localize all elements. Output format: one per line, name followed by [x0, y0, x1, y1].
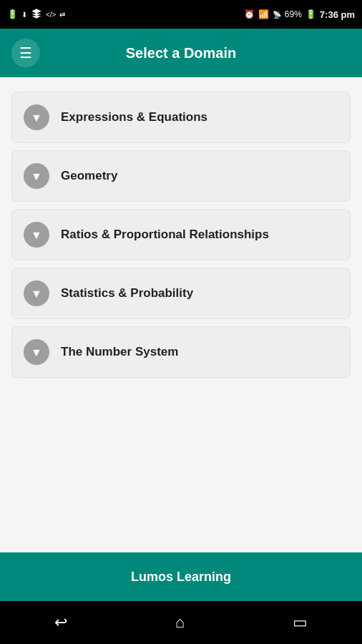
chevron-down-icon-5: ▼ [31, 347, 42, 358]
hamburger-icon: ☰ [19, 46, 32, 60]
domain-label-5: The Number System [61, 345, 178, 359]
chevron-down-icon-4: ▼ [31, 288, 42, 300]
domain-label-1: Expressions & Equations [61, 110, 207, 125]
chevron-circle-4: ▼ [24, 280, 49, 306]
chevron-circle-3: ▼ [24, 222, 49, 248]
chevron-circle-5: ▼ [24, 339, 49, 365]
domain-label-4: Statistics & Probability [61, 286, 193, 301]
chevron-circle-1: ▼ [24, 104, 49, 130]
domain-label-2: Geometry [61, 169, 117, 183]
status-bar: 🔋 ⬇ </> ⇄ ⏰ 📶 📡 69% 🔋 7:36 pm [0, 0, 362, 29]
footer-label: Lumos Learning [131, 570, 231, 585]
back-button[interactable]: ↩ [54, 613, 67, 632]
status-bar-right: ⏰ 📶 📡 69% 🔋 7:36 pm [244, 9, 355, 20]
status-bar-left: 🔋 ⬇ </> ⇄ [7, 8, 65, 21]
battery-icon: 🔋 [305, 9, 316, 19]
domain-item-3[interactable]: ▼ Ratios & Proportional Relationships [11, 209, 351, 260]
code-icon: </> [46, 11, 56, 19]
bottom-nav-bar: ↩ ⌂ ▭ [0, 601, 362, 644]
chevron-circle-2: ▼ [24, 163, 49, 189]
page-title: Select a Domain [40, 45, 322, 62]
alarm-icon: ⏰ [244, 9, 255, 19]
home-button[interactable]: ⌂ [175, 613, 185, 632]
domain-item-5[interactable]: ▼ The Number System [11, 326, 351, 378]
app-bar: ☰ Select a Domain [0, 29, 362, 77]
arrow-icon [31, 8, 42, 21]
signal-icon: 📡 [273, 11, 281, 19]
main-content: ▼ Expressions & Equations ▼ Geometry ▼ R… [0, 77, 362, 552]
download-icon: ⬇ [21, 11, 27, 19]
domain-item-1[interactable]: ▼ Expressions & Equations [11, 92, 351, 143]
wifi-icon: 📶 [258, 9, 269, 19]
battery-percent: 69% [285, 9, 302, 19]
footer: Lumos Learning [0, 552, 362, 601]
domain-label-3: Ratios & Proportional Relationships [61, 228, 269, 242]
status-time: 7:36 pm [320, 9, 355, 20]
chevron-down-icon-3: ▼ [31, 230, 42, 241]
transfer-icon: ⇄ [59, 11, 65, 19]
battery-charging-icon: 🔋 [7, 9, 18, 19]
menu-button[interactable]: ☰ [11, 39, 40, 67]
chevron-down-icon-2: ▼ [31, 171, 42, 182]
recents-button[interactable]: ▭ [293, 613, 308, 632]
domain-item-4[interactable]: ▼ Statistics & Probability [11, 268, 351, 319]
domain-item-2[interactable]: ▼ Geometry [11, 150, 351, 202]
chevron-down-icon-1: ▼ [31, 112, 42, 124]
